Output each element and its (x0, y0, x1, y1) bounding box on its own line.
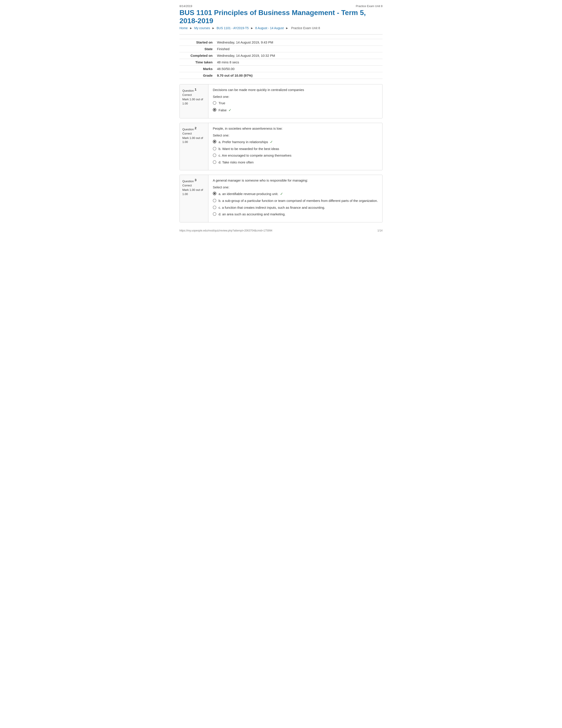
question-block-1: Question 1 Correct Mark 1.00 out of 1.00… (180, 84, 382, 118)
option-text-2-1: b. Want to be rewarded for the best idea… (219, 146, 378, 152)
question-block-3: Question 3 Correct Mark 1.00 out of 1.00… (180, 175, 382, 222)
radio-3-1[interactable] (213, 199, 216, 202)
date-label: 8/14/2019 (180, 4, 192, 8)
question-text-3: A general manager is someone who is resp… (213, 178, 378, 182)
option-row-2-1[interactable]: b. Want to be rewarded for the best idea… (213, 146, 378, 152)
radio-2-0[interactable] (213, 140, 216, 143)
option-row-2-3[interactable]: d. Take risks more often (213, 160, 378, 165)
option-text-1-0: True (219, 101, 378, 106)
question-main-3: A general manager is someone who is resp… (209, 175, 382, 222)
question-sidebar-3: Question 3 Correct Mark 1.00 out of 1.00 (180, 175, 209, 222)
option-row-3-3[interactable]: d. an area such as accounting and market… (213, 212, 378, 217)
marks-label: Marks (180, 66, 215, 72)
page-title: BUS 1101 Principles of Business Manageme… (180, 9, 382, 25)
breadcrumb-week[interactable]: 8 August - 14 August (255, 26, 283, 30)
option-row-3-0[interactable]: a. an identifiable revenue-producing uni… (213, 191, 378, 197)
option-row-1-0[interactable]: True (213, 101, 378, 106)
completed-on-value: Wednesday, 14 August 2019, 10:32 PM (215, 52, 382, 59)
footer-url: https://my.uopeople.edu/mod/quiz/review.… (180, 229, 273, 232)
question-label-1: Question 1 (182, 87, 206, 92)
breadcrumb-current: Practice Exam Unit 8 (291, 26, 320, 30)
radio-2-1[interactable] (213, 147, 216, 150)
option-text-2-0: a. Prefer harmony in relationships ✓ (219, 139, 378, 145)
question-status-1: Correct (182, 93, 206, 97)
breadcrumb-arrow-1: ► (190, 26, 193, 30)
question-mark-2: Mark 1.00 out of 1.00 (182, 136, 206, 144)
exam-title-label: Practice Exam Unit 8 (356, 4, 382, 8)
option-text-1-1: False ✓ (219, 108, 378, 113)
breadcrumb-arrow-3: ► (250, 26, 254, 30)
question-label-3: Question 3 (182, 178, 206, 183)
grade-value: 9.70 out of 10.00 (97%) (215, 72, 382, 79)
option-text-2-2: c. Are encouraged to compete among thems… (219, 153, 378, 158)
option-row-1-1[interactable]: False ✓ (213, 108, 378, 113)
option-text-3-1: b. a sub-group of a particular function … (219, 198, 378, 203)
started-on-label: Started on (180, 39, 215, 46)
radio-3-3[interactable] (213, 212, 216, 216)
marks-value: 48.50/50.00 (215, 66, 382, 72)
footer-page: 1/14 (377, 229, 382, 232)
time-taken-value: 48 mins 8 secs (215, 59, 382, 66)
breadcrumb-home[interactable]: Home (180, 26, 188, 30)
breadcrumb-my-courses[interactable]: My courses (194, 26, 210, 30)
question-label-2: Question 2 (182, 126, 206, 131)
option-row-2-0[interactable]: a. Prefer harmony in relationships ✓ (213, 139, 378, 145)
option-text-3-0: a. an identifiable revenue-producing uni… (219, 191, 378, 197)
breadcrumb-arrow-4: ► (285, 26, 289, 30)
completed-on-label: Completed on (180, 52, 215, 59)
question-status-3: Correct (182, 184, 206, 187)
select-one-label-2: Select one: (213, 133, 378, 137)
top-meta: 8/14/2019 Practice Exam Unit 8 (180, 4, 382, 8)
started-on-value: Wednesday, 14 August 2019, 9:43 PM (215, 39, 382, 46)
question-status-2: Correct (182, 132, 206, 135)
select-one-label-3: Select one: (213, 185, 378, 189)
question-mark-1: Mark 1.00 out of 1.00 (182, 97, 206, 105)
option-row-3-2[interactable]: c. a function that creates indirect inpu… (213, 205, 378, 210)
question-mark-3: Mark 1.00 out of 1.00 (182, 188, 206, 196)
check-mark-1-1: ✓ (228, 108, 231, 112)
radio-1-1[interactable] (213, 108, 216, 112)
radio-3-2[interactable] (213, 206, 216, 209)
time-taken-label: Time taken (180, 59, 215, 66)
question-text-1: Decisions can be made more quickly in ce… (213, 88, 378, 92)
state-label: State (180, 46, 215, 52)
questions-container: Question 1 Correct Mark 1.00 out of 1.00… (180, 84, 382, 222)
option-text-2-3: d. Take risks more often (219, 160, 378, 165)
summary-table: Started on Wednesday, 14 August 2019, 9:… (180, 39, 382, 79)
radio-3-0[interactable] (213, 192, 216, 195)
page-footer: https://my.uopeople.edu/mod/quiz/review.… (180, 229, 382, 232)
option-text-3-2: c. a function that creates indirect inpu… (219, 205, 378, 210)
option-row-3-1[interactable]: b. a sub-group of a particular function … (213, 198, 378, 203)
question-main-1: Decisions can be made more quickly in ce… (209, 84, 382, 118)
breadcrumb-course[interactable]: BUS 1101 - AY2019-T5 (217, 26, 249, 30)
option-text-3-3: d. an area such as accounting and market… (219, 212, 378, 217)
question-text-2: People, in societies where assertiveness… (213, 127, 378, 130)
check-mark-2-0: ✓ (269, 140, 273, 144)
select-one-label-1: Select one: (213, 95, 378, 99)
question-sidebar-1: Question 1 Correct Mark 1.00 out of 1.00 (180, 84, 209, 118)
question-sidebar-2: Question 2 Correct Mark 1.00 out of 1.00 (180, 123, 209, 170)
grade-label: Grade (180, 72, 215, 79)
state-value: Finished (215, 46, 382, 52)
option-row-2-2[interactable]: c. Are encouraged to compete among thems… (213, 153, 378, 158)
breadcrumb: Home ► My courses ► BUS 1101 - AY2019-T5… (180, 26, 382, 30)
check-mark-3-0: ✓ (279, 192, 283, 196)
radio-2-2[interactable] (213, 154, 216, 157)
question-main-2: People, in societies where assertiveness… (209, 123, 382, 170)
breadcrumb-arrow-2: ► (212, 26, 216, 30)
radio-2-3[interactable] (213, 160, 216, 164)
question-block-2: Question 2 Correct Mark 1.00 out of 1.00… (180, 123, 382, 171)
radio-1-0[interactable] (213, 101, 216, 105)
